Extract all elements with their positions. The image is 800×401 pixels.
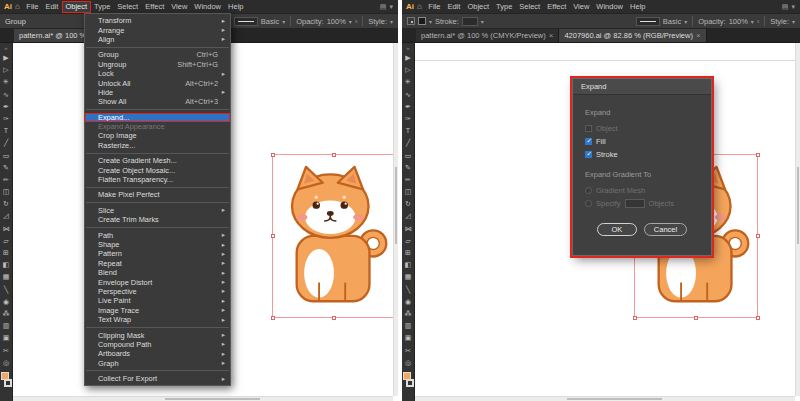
menu-item[interactable]: Live Paint bbox=[85, 296, 230, 305]
selection-handle[interactable] bbox=[756, 316, 760, 320]
pencil-tool-icon[interactable]: ✏ bbox=[402, 174, 415, 186]
column-graph-tool-icon[interactable]: ▥ bbox=[0, 320, 13, 332]
toolbar-collapse-icon[interactable]: » bbox=[4, 44, 7, 52]
eraser-tool-icon[interactable]: ◫ bbox=[0, 186, 13, 198]
menubar-item[interactable]: Type bbox=[493, 1, 516, 13]
selection-handle[interactable] bbox=[332, 316, 336, 320]
menu-item[interactable]: Image Trace bbox=[85, 306, 230, 315]
dialog-title[interactable]: Expand bbox=[573, 79, 711, 95]
eyedropper-tool-icon[interactable]: ╲ bbox=[0, 284, 13, 296]
brush-preview[interactable] bbox=[234, 17, 258, 26]
radio-icon[interactable] bbox=[585, 200, 592, 207]
menu-item[interactable]: Clipping Mask bbox=[85, 330, 230, 339]
magic-wand-tool-icon[interactable]: ✳ bbox=[402, 76, 415, 88]
artboard-tool-icon[interactable]: ▣ bbox=[402, 332, 415, 344]
menubar-item[interactable]: Help bbox=[627, 1, 649, 13]
opacity-value[interactable]: 100% bbox=[327, 17, 346, 26]
dialog-checkbox-option[interactable]: Fill bbox=[585, 135, 699, 148]
menu-item[interactable]: Text Wrap bbox=[85, 315, 230, 324]
dialog-checkbox-option[interactable]: Stroke bbox=[585, 148, 699, 161]
menu-item[interactable]: Align bbox=[85, 35, 230, 44]
panel-arrow-icon[interactable]: › bbox=[757, 18, 759, 25]
chevron-down-icon[interactable]: ▾ bbox=[792, 18, 795, 25]
menu-item[interactable]: Create Gradient Mesh... bbox=[85, 156, 230, 165]
gradient-tool-icon[interactable]: ◧ bbox=[402, 259, 415, 271]
gradient-tool-icon[interactable]: ◧ bbox=[0, 259, 13, 271]
type-tool-icon[interactable]: T bbox=[0, 125, 13, 137]
selection-handle[interactable] bbox=[756, 153, 760, 157]
checkbox-icon[interactable] bbox=[585, 151, 592, 158]
chevron-down-icon[interactable]: ▾ bbox=[429, 18, 432, 25]
menu-item[interactable]: Arrange bbox=[85, 25, 230, 34]
slice-tool-icon[interactable]: ✂ bbox=[402, 345, 415, 357]
document-tab[interactable]: pattern.ai* @ 100 % (CMYK/Preview) × bbox=[416, 29, 559, 42]
menu-item[interactable]: Create Trim Marks bbox=[85, 215, 230, 224]
menu-item[interactable] bbox=[86, 109, 229, 110]
menubar-item[interactable]: View bbox=[168, 1, 191, 13]
menubar-item[interactable]: Select bbox=[114, 1, 142, 13]
scale-tool-icon[interactable]: ◿ bbox=[402, 210, 415, 222]
menubar-item[interactable]: Edit bbox=[444, 1, 464, 13]
type-tool-icon[interactable]: T bbox=[402, 125, 415, 137]
menu-item[interactable]: Expand... bbox=[85, 113, 230, 122]
workspace-switcher-icon[interactable]: ▤ bbox=[380, 3, 387, 11]
paintbrush-tool-icon[interactable]: ✎ bbox=[402, 162, 415, 174]
rectangle-tool-icon[interactable]: ▭ bbox=[0, 150, 13, 162]
slice-tool-icon[interactable]: ✂ bbox=[0, 345, 13, 357]
zoom-tool-icon[interactable]: ◎ bbox=[0, 357, 13, 369]
menu-item[interactable]: Unlock All Alt+Ctrl+2 bbox=[85, 78, 230, 87]
chevron-down-icon[interactable]: ▾ bbox=[791, 3, 795, 11]
menu-item[interactable]: Transform bbox=[85, 16, 230, 25]
scrollbar-thumb[interactable] bbox=[567, 398, 662, 400]
brush-select[interactable]: Basic bbox=[663, 17, 681, 26]
menubar-item[interactable]: Object bbox=[464, 1, 493, 13]
selection-tool-icon[interactable]: ▶ bbox=[0, 52, 13, 64]
menu-item[interactable]: Create Object Mosaic... bbox=[85, 165, 230, 174]
fill-proxy-swatch[interactable] bbox=[418, 17, 426, 25]
menu-item[interactable] bbox=[86, 370, 229, 371]
checkbox-icon[interactable] bbox=[585, 138, 592, 145]
workspace-switcher-icon[interactable]: ▤ bbox=[782, 3, 789, 11]
chevron-down-icon[interactable]: ▾ bbox=[684, 18, 687, 25]
scale-tool-icon[interactable]: ◿ bbox=[0, 210, 13, 222]
menu-item[interactable]: Show All Alt+Ctrl+3 bbox=[85, 97, 230, 106]
pen-tool-icon[interactable]: ✒ bbox=[402, 101, 415, 113]
chevron-down-icon[interactable]: ▾ bbox=[390, 18, 393, 25]
menubar-item[interactable]: Effect bbox=[544, 1, 570, 13]
lasso-tool-icon[interactable]: ∿ bbox=[402, 89, 415, 101]
menu-item[interactable] bbox=[86, 227, 229, 228]
horizontal-scrollbar[interactable] bbox=[13, 396, 393, 401]
chevron-down-icon[interactable]: ▾ bbox=[481, 18, 484, 25]
menu-item[interactable]: Pattern bbox=[85, 249, 230, 258]
width-tool-icon[interactable]: ⋈ bbox=[402, 223, 415, 235]
menu-item[interactable] bbox=[86, 327, 229, 328]
curvature-tool-icon[interactable]: ✑ bbox=[402, 113, 415, 125]
menu-item[interactable]: Flatten Transparency... bbox=[85, 175, 230, 184]
menubar-item[interactable]: Window bbox=[191, 1, 225, 13]
menu-item[interactable]: Expand Appearance bbox=[85, 122, 230, 131]
menu-item[interactable]: Lock bbox=[85, 69, 230, 78]
pen-tool-icon[interactable]: ✒ bbox=[0, 101, 13, 113]
eraser-tool-icon[interactable]: ◫ bbox=[402, 186, 415, 198]
home-icon[interactable]: ⌂ bbox=[417, 2, 422, 11]
menu-item[interactable]: Graph bbox=[85, 359, 230, 368]
menu-item[interactable]: Hide bbox=[85, 88, 230, 97]
dialog-checkbox-option[interactable]: Object bbox=[585, 122, 699, 135]
selection-handle[interactable] bbox=[694, 316, 698, 320]
shape-builder-tool-icon[interactable]: ⊞ bbox=[0, 247, 13, 259]
stroke-color-swatch[interactable] bbox=[406, 379, 414, 387]
opacity-value[interactable]: 100% bbox=[729, 17, 748, 26]
line-segment-tool-icon[interactable]: ╱ bbox=[0, 137, 13, 149]
rotate-tool-icon[interactable]: ↻ bbox=[402, 198, 415, 210]
brush-preview[interactable] bbox=[636, 17, 660, 26]
chevron-down-icon[interactable]: ▾ bbox=[751, 18, 754, 25]
menu-item[interactable]: Slice bbox=[85, 206, 230, 215]
brush-select[interactable]: Basic bbox=[261, 17, 279, 26]
vertical-scrollbar[interactable] bbox=[393, 43, 398, 396]
zoom-tool-icon[interactable]: ◎ bbox=[402, 357, 415, 369]
panel-arrow-icon[interactable]: › bbox=[355, 18, 357, 25]
lasso-tool-icon[interactable]: ∿ bbox=[0, 89, 13, 101]
free-transform-tool-icon[interactable]: ▱ bbox=[0, 235, 13, 247]
rotate-tool-icon[interactable]: ↻ bbox=[0, 198, 13, 210]
menubar-item[interactable]: Effect bbox=[142, 1, 168, 13]
